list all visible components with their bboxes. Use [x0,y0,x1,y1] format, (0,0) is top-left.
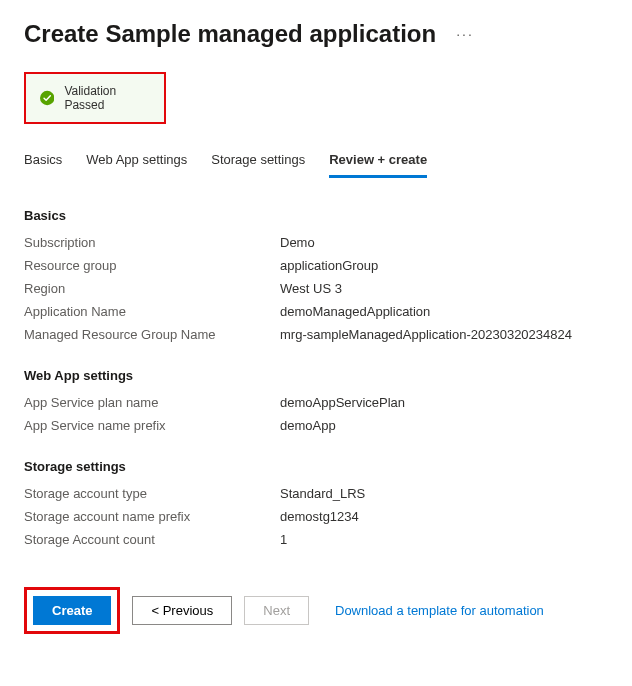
footer-bar: Create < Previous Next Download a templa… [24,587,608,634]
section-storage: Storage settings Storage account typeSta… [24,459,608,547]
section-web-app: Web App settings App Service plan namede… [24,368,608,433]
section-title-web-app: Web App settings [24,368,608,383]
value-subscription: Demo [280,235,315,250]
tabs: Basics Web App settings Storage settings… [24,152,608,178]
value-application-name: demoManagedApplication [280,304,430,319]
value-storage-type: Standard_LRS [280,486,365,501]
download-template-link[interactable]: Download a template for automation [335,603,544,618]
create-button[interactable]: Create [33,596,111,625]
label-managed-resource-group: Managed Resource Group Name [24,327,280,342]
next-button: Next [244,596,309,625]
label-storage-prefix: Storage account name prefix [24,509,280,524]
label-storage-type: Storage account type [24,486,280,501]
label-resource-group: Resource group [24,258,280,273]
section-title-storage: Storage settings [24,459,608,474]
page-title: Create Sample managed application [24,20,436,48]
tab-review-create[interactable]: Review + create [329,152,427,178]
label-app-service-plan: App Service plan name [24,395,280,410]
value-app-service-plan: demoAppServicePlan [280,395,405,410]
label-application-name: Application Name [24,304,280,319]
value-resource-group: applicationGroup [280,258,378,273]
section-basics: Basics SubscriptionDemo Resource groupap… [24,208,608,342]
value-managed-resource-group: mrg-sampleManagedApplication-20230320234… [280,327,572,342]
validation-text: Validation Passed [64,84,150,112]
value-storage-count: 1 [280,532,287,547]
more-icon[interactable]: ··· [452,26,474,42]
label-subscription: Subscription [24,235,280,250]
label-storage-count: Storage Account count [24,532,280,547]
label-region: Region [24,281,280,296]
validation-banner: Validation Passed [24,72,166,124]
value-app-service-prefix: demoApp [280,418,336,433]
tab-storage-settings[interactable]: Storage settings [211,152,305,178]
svg-point-0 [40,91,54,105]
tab-web-app-settings[interactable]: Web App settings [86,152,187,178]
label-app-service-prefix: App Service name prefix [24,418,280,433]
section-title-basics: Basics [24,208,608,223]
check-circle-icon [40,90,54,106]
value-region: West US 3 [280,281,342,296]
value-storage-prefix: demostg1234 [280,509,359,524]
tab-basics[interactable]: Basics [24,152,62,178]
previous-button[interactable]: < Previous [132,596,232,625]
